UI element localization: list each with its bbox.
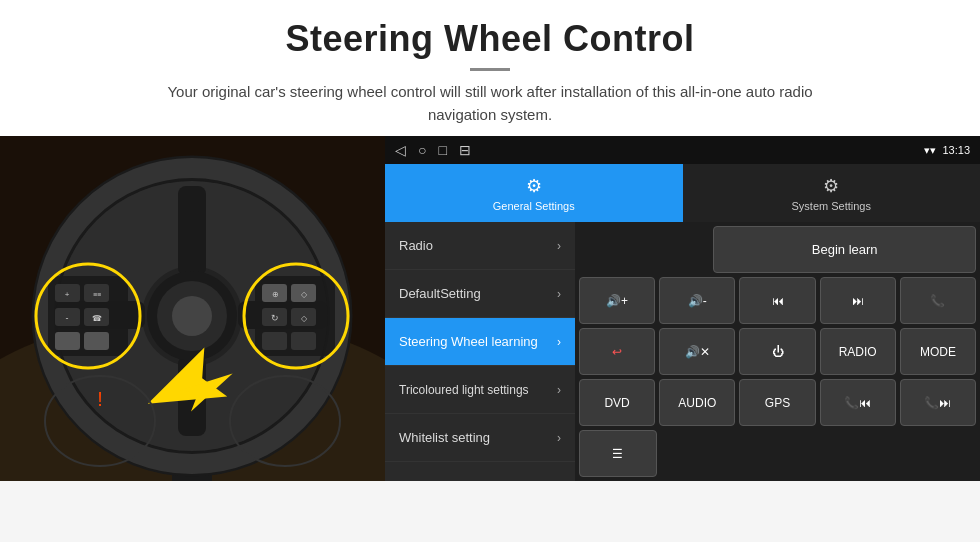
menu-radio-label: Radio [399, 238, 433, 253]
vol-down-button[interactable]: 🔊- [659, 277, 735, 324]
tab-general-label: General Settings [493, 200, 575, 212]
next-track-icon: ⏭ [852, 294, 864, 308]
menu-tricoloured-label: Tricoloured light settings [399, 383, 529, 397]
radio-mode-button[interactable]: RADIO [820, 328, 896, 375]
menu-list-icon: ☰ [612, 447, 623, 461]
svg-rect-21 [55, 332, 80, 350]
menu-default-label: DefaultSetting [399, 286, 481, 301]
tab-general-settings[interactable]: ⚙ General Settings [385, 164, 683, 222]
mode-label: MODE [920, 345, 956, 359]
phone-next-icon: 📞⏭ [924, 396, 951, 410]
tab-bar: ⚙ General Settings ⚙ System Settings [385, 164, 980, 222]
svg-text:!: ! [97, 388, 103, 410]
vol-up-button[interactable]: 🔊+ [579, 277, 655, 324]
tab-system-settings[interactable]: ⚙ System Settings [683, 164, 981, 222]
svg-text:≡≡: ≡≡ [93, 291, 101, 298]
vol-up-icon: 🔊+ [606, 294, 628, 308]
empty-slot [579, 226, 709, 273]
phone-prev-icon: 📞⏮ [844, 396, 871, 410]
phone-icon: 📞 [930, 294, 945, 308]
gps-label: GPS [765, 396, 790, 410]
general-settings-icon: ⚙ [526, 175, 542, 197]
svg-text:◇: ◇ [301, 314, 308, 323]
prev-track-icon: ⏮ [772, 294, 784, 308]
status-bar: ◁ ○ □ ⊟ ▾▾ 13:13 [385, 136, 980, 164]
mode-button[interactable]: MODE [900, 328, 976, 375]
menu-item-tricoloured[interactable]: Tricoloured light settings › [385, 366, 575, 414]
gps-button[interactable]: GPS [739, 379, 815, 426]
empty-4 [820, 430, 896, 477]
chevron-icon: › [557, 431, 561, 445]
svg-text:+: + [65, 290, 70, 299]
clock: 13:13 [942, 144, 970, 156]
dvd-label: DVD [604, 396, 629, 410]
dvd-button[interactable]: DVD [579, 379, 655, 426]
controls-row-3: DVD AUDIO GPS 📞⏮ 📞⏭ [579, 379, 976, 426]
empty-3 [741, 430, 817, 477]
next-track-button[interactable]: ⏭ [820, 277, 896, 324]
title-divider [470, 68, 510, 71]
phone-button[interactable]: 📞 [900, 277, 976, 324]
mute-button[interactable]: 🔊✕ [659, 328, 735, 375]
controls-row-0: Begin learn [579, 226, 976, 273]
controls-area: Begin learn 🔊+ 🔊- ⏮ ⏭ [575, 222, 980, 481]
steering-wheel-image: + ≡≡ - ☎ ⊕ ◇ ↻ ◇ [0, 136, 385, 481]
android-ui-panel: ◁ ○ □ ⊟ ▾▾ 13:13 ⚙ General Settings ⚙ Sy… [385, 136, 980, 481]
system-settings-icon: ⚙ [823, 175, 839, 197]
chevron-icon: › [557, 239, 561, 253]
vol-down-icon: 🔊- [688, 294, 707, 308]
content-area: Radio › DefaultSetting › Steering Wheel … [385, 222, 980, 481]
audio-label: AUDIO [678, 396, 716, 410]
back-nav[interactable]: ◁ [395, 142, 406, 158]
controls-row-2: ↩ 🔊✕ ⏻ RADIO MODE [579, 328, 976, 375]
main-content: + ≡≡ - ☎ ⊕ ◇ ↻ ◇ [0, 136, 980, 481]
menu-steering-label: Steering Wheel learning [399, 334, 538, 349]
controls-row-1: 🔊+ 🔊- ⏮ ⏭ 📞 [579, 277, 976, 324]
menu-icon-button[interactable]: ☰ [579, 430, 657, 477]
svg-text:-: - [66, 313, 69, 323]
svg-text:⊕: ⊕ [272, 290, 279, 299]
controls-row-4: ☰ [579, 430, 976, 477]
recent-nav[interactable]: □ [438, 142, 446, 158]
tab-system-label: System Settings [792, 200, 871, 212]
menu-whitelist-label: Whitelist setting [399, 430, 490, 445]
phone-prev-button[interactable]: 📞⏮ [820, 379, 896, 426]
chevron-icon: › [557, 383, 561, 397]
page-header: Steering Wheel Control Your original car… [0, 0, 980, 136]
status-icons: ▾▾ 13:13 [924, 144, 970, 157]
page-description: Your original car's steering wheel contr… [140, 81, 840, 126]
svg-text:↻: ↻ [271, 313, 279, 323]
chevron-icon: › [557, 335, 561, 349]
phone-next-button[interactable]: 📞⏭ [900, 379, 976, 426]
empty-2 [661, 430, 737, 477]
power-icon: ⏻ [772, 345, 784, 359]
menu-nav[interactable]: ⊟ [459, 142, 471, 158]
home-nav[interactable]: ○ [418, 142, 426, 158]
svg-point-15 [172, 296, 212, 336]
svg-rect-33 [291, 332, 316, 350]
audio-button[interactable]: AUDIO [659, 379, 735, 426]
nav-buttons: ◁ ○ □ ⊟ [395, 142, 471, 158]
page-title: Steering Wheel Control [20, 18, 960, 60]
svg-text:☎: ☎ [92, 314, 102, 323]
hang-up-button[interactable]: ↩ [579, 328, 655, 375]
svg-rect-32 [262, 332, 287, 350]
signal-icon: ▾▾ [924, 144, 936, 157]
radio-label: RADIO [839, 345, 877, 359]
svg-text:◇: ◇ [301, 290, 308, 299]
menu-item-steering[interactable]: Steering Wheel learning › [385, 318, 575, 366]
menu-item-whitelist[interactable]: Whitelist setting › [385, 414, 575, 462]
mute-icon: 🔊✕ [685, 345, 710, 359]
settings-menu: Radio › DefaultSetting › Steering Wheel … [385, 222, 575, 481]
svg-rect-9 [178, 186, 206, 276]
hang-up-icon: ↩ [612, 345, 622, 359]
power-button[interactable]: ⏻ [739, 328, 815, 375]
begin-learn-button[interactable]: Begin learn [713, 226, 976, 273]
menu-item-default[interactable]: DefaultSetting › [385, 270, 575, 318]
menu-item-radio[interactable]: Radio › [385, 222, 575, 270]
empty-5 [900, 430, 976, 477]
svg-rect-22 [84, 332, 109, 350]
prev-track-button[interactable]: ⏮ [739, 277, 815, 324]
chevron-icon: › [557, 287, 561, 301]
